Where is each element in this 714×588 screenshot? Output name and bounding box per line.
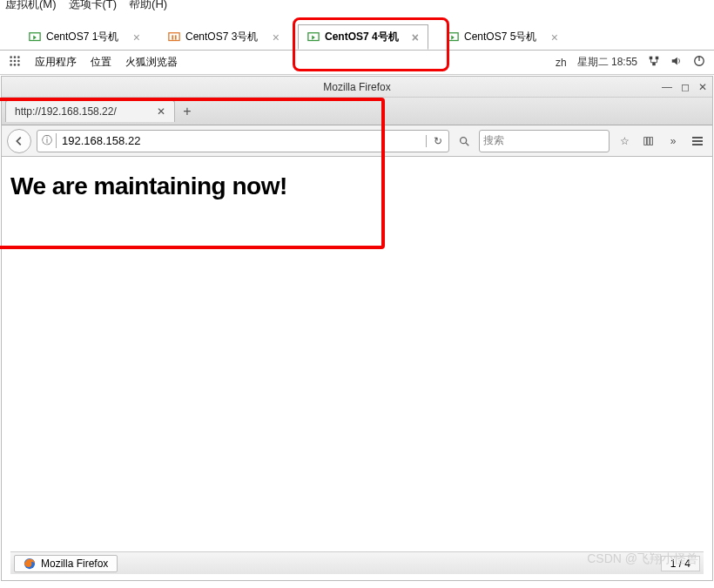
gnome-topbar: 应用程序 位置 火狐浏览器 zh 星期二 18:55 [0,51,714,75]
svg-point-9 [10,60,12,63]
vm-icon [29,31,41,44]
svg-point-10 [14,60,17,63]
tab-close-icon[interactable]: ✕ [157,105,165,118]
vm-icon [168,31,180,44]
taskbar-item-firefox[interactable]: Mozilla Firefox [14,555,118,572]
menu-tabs[interactable]: 选项卡(T) [69,0,118,12]
reload-icon[interactable]: ↻ [426,135,448,147]
svg-point-20 [461,137,467,143]
search-dropdown-icon[interactable] [455,132,474,151]
search-box[interactable]: 搜索 [479,130,610,152]
back-button[interactable] [7,129,31,153]
vm-tab-label: CentOS7 3号机 [185,30,258,44]
svg-point-13 [14,64,17,66]
watermark: CSDN @飞翔小怪兽 [587,551,698,567]
library-icon[interactable] [639,132,658,151]
svg-point-14 [17,64,20,66]
firefox-icon [24,558,36,570]
vm-tab-strip: CentOS7 1号机 × CentOS7 3号机 × CentOS7 4号机 … [0,16,714,51]
svg-point-12 [10,64,12,66]
vm-tab-label: CentOS7 1号机 [46,30,118,44]
network-icon[interactable] [648,55,660,70]
address-bar[interactable]: ⓘ ↻ [37,130,449,152]
firefox-tabstrip: http://192.168.158.22/ ✕ + [2,98,712,125]
close-icon[interactable]: ✕ [698,81,707,93]
minimize-icon[interactable]: — [662,81,672,93]
firefox-tab-title: http://192.168.158.22/ [15,105,117,118]
taskbar-item-label: Mozilla Firefox [41,558,108,570]
gnome-firefox-button[interactable]: 火狐浏览器 [125,55,178,70]
power-icon[interactable] [693,55,705,70]
close-icon[interactable]: × [133,30,140,44]
search-placeholder: 搜索 [483,133,504,148]
svg-rect-15 [650,57,653,60]
vm-tab-3[interactable]: CentOS7 3号机 × [158,24,289,50]
bookmark-star-icon[interactable]: ☆ [615,132,634,151]
vm-tab-label: CentOS7 5号机 [464,30,536,44]
close-icon[interactable]: × [551,30,558,44]
back-icon [13,135,25,147]
vm-tab-label: CentOS7 4号机 [325,30,399,44]
menu-help[interactable]: 帮助(H) [129,0,167,12]
firefox-browser-tab[interactable]: http://192.168.158.22/ ✕ [5,100,175,122]
activities-icon[interactable] [9,55,21,70]
overflow-icon[interactable]: » [663,132,683,151]
url-input[interactable] [57,134,426,147]
menu-vm[interactable]: 虚拟机(M) [5,0,57,12]
svg-point-8 [17,56,20,58]
svg-rect-23 [647,137,650,145]
svg-rect-22 [644,137,647,145]
volume-icon[interactable] [670,55,683,70]
svg-line-21 [466,142,469,145]
firefox-window: Mozilla Firefox — ◻ ✕ http://192.168.158… [1,76,713,581]
page-content: We are maintaining now! [2,157,712,531]
svg-rect-3 [175,35,177,39]
firefox-toolbar: ⓘ ↻ 搜索 ☆ » [2,125,712,157]
svg-rect-16 [656,57,659,60]
maximize-icon[interactable]: ◻ [681,81,690,93]
gnome-places-button[interactable]: 位置 [91,55,111,70]
site-info-icon[interactable]: ⓘ [37,133,57,148]
svg-point-7 [14,56,17,58]
svg-rect-2 [172,35,173,39]
firefox-titlebar: Mozilla Firefox — ◻ ✕ [2,77,712,98]
vm-tab-5[interactable]: CentOS7 5号机 × [437,24,568,50]
svg-rect-24 [650,137,653,145]
svg-point-11 [17,60,20,63]
vm-icon [307,31,320,44]
close-icon[interactable]: × [412,30,419,44]
gnome-apps-button[interactable]: 应用程序 [35,55,77,70]
new-tab-button[interactable]: + [175,101,199,122]
vm-tab-1[interactable]: CentOS7 1号机 × [19,24,150,50]
svg-rect-1 [169,32,179,40]
vm-tab-4[interactable]: CentOS7 4号机 × [298,24,428,50]
host-menubar: 虚拟机(M) 选项卡(T) 帮助(H) [0,0,714,16]
vm-icon [447,31,459,44]
firefox-title: Mozilla Firefox [323,81,390,93]
page-heading: We are maintaining now! [10,172,704,200]
gnome-clock[interactable]: 星期二 18:55 [577,55,637,70]
close-icon[interactable]: × [273,30,280,44]
gnome-lang-indicator[interactable]: zh [556,57,567,69]
hamburger-menu-icon[interactable] [688,132,707,151]
svg-point-6 [10,56,12,58]
